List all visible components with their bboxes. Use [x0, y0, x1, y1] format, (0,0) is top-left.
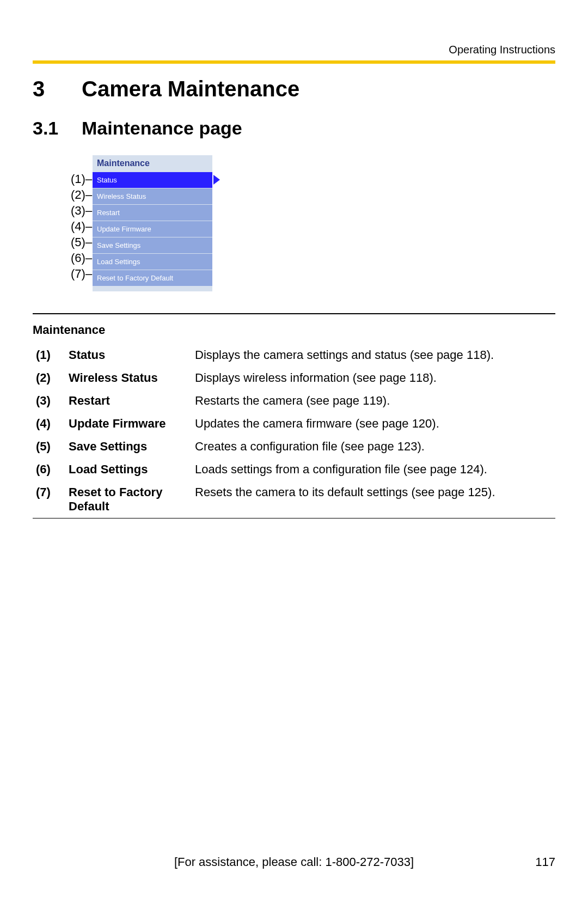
menu-item[interactable]: Load Settings: [93, 253, 212, 270]
desc-number: (5): [33, 435, 65, 458]
table-bottom-rule: [33, 518, 555, 519]
desc-name: Save Settings: [65, 435, 192, 458]
callout-label: (4)–: [71, 218, 93, 234]
callout-label: (6)–: [71, 250, 93, 266]
callout-label: (2)–: [71, 187, 93, 203]
menu-panel-title: Maintenance: [93, 155, 212, 172]
table-row: (2)Wireless StatusDisplays wireless info…: [33, 367, 555, 389]
desc-text: Updates the camera firmware (see page 12…: [192, 412, 555, 435]
chapter-title: Camera Maintenance: [82, 77, 299, 101]
section-number: 3.1: [33, 118, 82, 139]
desc-text: Restarts the camera (see page 119).: [192, 389, 555, 412]
menu-item[interactable]: Reset to Factory Default: [93, 270, 212, 286]
header-label: Operating Instructions: [33, 44, 555, 56]
table-row: (4)Update FirmwareUpdates the camera fir…: [33, 412, 555, 435]
arrow-right-icon: [213, 175, 220, 185]
accent-rule: [33, 60, 555, 64]
desc-number: (4): [33, 412, 65, 435]
desc-text: Creates a configuration file (see page 1…: [192, 435, 555, 458]
callout-label: (5)–: [71, 234, 93, 250]
menu-item[interactable]: Update Firmware: [93, 221, 212, 237]
table-row: (1)StatusDisplays the camera settings an…: [33, 344, 555, 367]
desc-text: Loads settings from a configuration file…: [192, 458, 555, 481]
page-footer: [For assistance, please call: 1-800-272-…: [33, 855, 555, 869]
desc-number: (2): [33, 367, 65, 389]
desc-name: Reset to Factory Default: [65, 481, 192, 518]
desc-number: (7): [33, 481, 65, 518]
desc-name: Wireless Status: [65, 367, 192, 389]
table-row: (7)Reset to Factory DefaultResets the ca…: [33, 481, 555, 518]
table-row: (3)RestartRestarts the camera (see page …: [33, 389, 555, 412]
desc-name: Update Firmware: [65, 412, 192, 435]
menu-screenshot: (1)–(2)–(3)–(4)–(5)–(6)–(7)– Maintenance…: [71, 155, 555, 291]
desc-number: (3): [33, 389, 65, 412]
desc-name: Restart: [65, 389, 192, 412]
chapter-heading: 3Camera Maintenance: [33, 77, 555, 101]
callout-label: (1)–: [71, 171, 93, 187]
table-row: (5)Save SettingsCreates a configuration …: [33, 435, 555, 458]
table-row: (6)Load SettingsLoads settings from a co…: [33, 458, 555, 481]
desc-number: (1): [33, 344, 65, 367]
section-title: Maintenance page: [82, 118, 242, 138]
description-table: (1)StatusDisplays the camera settings an…: [33, 344, 555, 518]
table-top-rule: [33, 313, 555, 314]
callout-label: (7)–: [71, 266, 93, 282]
desc-text: Displays wireless information (see page …: [192, 367, 555, 389]
menu-item[interactable]: Save Settings: [93, 237, 212, 253]
menu-item[interactable]: Restart: [93, 204, 212, 221]
desc-text: Displays the camera settings and status …: [192, 344, 555, 367]
desc-text: Resets the camera to its default setting…: [192, 481, 555, 518]
desc-name: Status: [65, 344, 192, 367]
menu-item[interactable]: Status: [93, 172, 212, 188]
chapter-number: 3: [33, 77, 82, 101]
page-number: 117: [512, 855, 555, 869]
desc-section-title: Maintenance: [33, 323, 555, 337]
desc-name: Load Settings: [65, 458, 192, 481]
callout-label: (3)–: [71, 203, 93, 218]
desc-number: (6): [33, 458, 65, 481]
section-heading: 3.1Maintenance page: [33, 118, 555, 139]
assistance-text: [For assistance, please call: 1-800-272-…: [76, 855, 512, 869]
menu-item[interactable]: Wireless Status: [93, 188, 212, 204]
